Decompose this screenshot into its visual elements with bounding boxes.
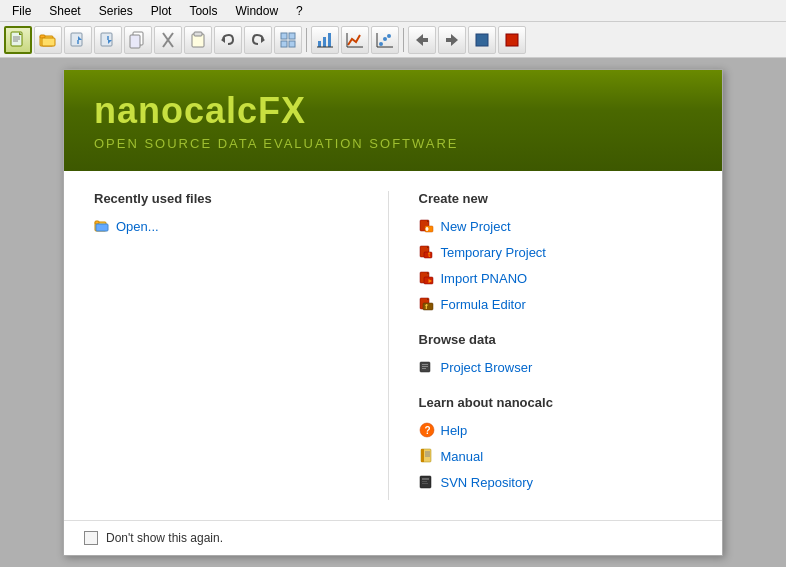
- learn-title: Learn about nanocalc: [419, 395, 693, 410]
- open-link-item[interactable]: Open...: [94, 218, 368, 234]
- app-title: nanocalcFX: [94, 90, 692, 132]
- menu-help[interactable]: ?: [288, 2, 311, 20]
- svg-point-32: [379, 42, 383, 46]
- paste-icon: [189, 31, 207, 49]
- line-chart-icon: [346, 31, 364, 49]
- svg-rect-23: [289, 33, 295, 39]
- project-browser-item[interactable]: Project Browser: [419, 359, 693, 375]
- open-folder-icon: [39, 31, 57, 49]
- toolbar-chart3-btn[interactable]: [371, 26, 399, 54]
- svg-rect-41: [476, 34, 488, 46]
- temp-project-item[interactable]: t Temporary Project: [419, 244, 693, 260]
- project-browser-link[interactable]: Project Browser: [441, 360, 533, 375]
- toolbar-btn9[interactable]: [244, 26, 272, 54]
- left-panel: Recently used files Open...: [94, 191, 389, 500]
- import-pnano-icon: [419, 270, 435, 286]
- open-file-icon: [94, 218, 110, 234]
- svg-rect-65: [422, 366, 428, 367]
- toolbar-chart2-btn[interactable]: [341, 26, 369, 54]
- toolbar-open-btn[interactable]: [34, 26, 62, 54]
- open-link-text[interactable]: Open...: [116, 219, 159, 234]
- menu-plot[interactable]: Plot: [143, 2, 180, 20]
- dont-show-checkbox[interactable]: [84, 531, 98, 545]
- toolbar-square-btn[interactable]: [468, 26, 496, 54]
- toolbar-btn6[interactable]: [154, 26, 182, 54]
- toolbar-btn3[interactable]: [64, 26, 92, 54]
- svn-icon: [419, 474, 435, 490]
- welcome-body: Recently used files Open... Create new: [64, 171, 722, 520]
- svn-item[interactable]: SVN Repository: [419, 474, 693, 490]
- svn-link[interactable]: SVN Repository: [441, 475, 533, 490]
- toolbar-left-btn[interactable]: [408, 26, 436, 54]
- menu-window[interactable]: Window: [227, 2, 286, 20]
- toolbar: [0, 22, 786, 58]
- new-icon: [9, 31, 27, 49]
- svg-rect-38: [423, 38, 428, 42]
- toolbar-btn10[interactable]: [274, 26, 302, 54]
- toolbar-new-btn[interactable]: [4, 26, 32, 54]
- create-new-title: Create new: [419, 191, 693, 206]
- svg-text:f: f: [425, 302, 428, 311]
- toolbar-sep2: [403, 28, 404, 52]
- bar-chart-icon: [316, 31, 334, 49]
- toolbar-stop-btn[interactable]: [498, 26, 526, 54]
- square-icon: [473, 31, 491, 49]
- import-pnano-item[interactable]: Import PNANO: [419, 270, 693, 286]
- svg-rect-27: [323, 37, 326, 47]
- svg-rect-26: [318, 41, 321, 47]
- stop-icon: [503, 31, 521, 49]
- welcome-footer: Don't show this again.: [64, 520, 722, 555]
- new-project-link[interactable]: New Project: [441, 219, 511, 234]
- manual-icon: [419, 448, 435, 464]
- right-panel: Create new New Project: [409, 191, 693, 500]
- svg-rect-45: [96, 224, 108, 231]
- toolbar-btn5[interactable]: [124, 26, 152, 54]
- redo-icon: [249, 31, 267, 49]
- app-subtitle: OPEN SOURCE DATA EVALUATION SOFTWARE: [94, 136, 692, 151]
- menu-file[interactable]: File: [4, 2, 39, 20]
- svg-rect-19: [194, 32, 202, 36]
- menu-tools[interactable]: Tools: [181, 2, 225, 20]
- svg-rect-42: [506, 34, 518, 46]
- toolbar-btn7[interactable]: [184, 26, 212, 54]
- help-icon: ?: [419, 422, 435, 438]
- toolbar-chart1-btn[interactable]: [311, 26, 339, 54]
- svg-rect-11: [101, 33, 112, 46]
- browse-data-title: Browse data: [419, 332, 693, 347]
- svg-rect-28: [328, 33, 331, 47]
- menu-sheet[interactable]: Sheet: [41, 2, 88, 20]
- right-arrow-icon: [443, 31, 461, 49]
- svg-rect-24: [281, 41, 287, 47]
- toolbar-sep1: [306, 28, 307, 52]
- svg-rect-40: [446, 38, 451, 42]
- welcome-header: nanocalcFX OPEN SOURCE DATA EVALUATION S…: [64, 70, 722, 171]
- toolbar-btn4[interactable]: [94, 26, 122, 54]
- project-browser-icon: [419, 359, 435, 375]
- temp-project-link[interactable]: Temporary Project: [441, 245, 546, 260]
- menubar: File Sheet Series Plot Tools Window ?: [0, 0, 786, 22]
- grid-icon: [279, 31, 297, 49]
- menu-series[interactable]: Series: [91, 2, 141, 20]
- formula-editor-item[interactable]: f Formula Editor: [419, 296, 693, 312]
- main-area: nanocalcFX OPEN SOURCE DATA EVALUATION S…: [0, 58, 786, 567]
- dont-show-label: Don't show this again.: [106, 531, 223, 545]
- svg-rect-15: [130, 35, 140, 48]
- toolbar-right-btn[interactable]: [438, 26, 466, 54]
- new-project-item[interactable]: New Project: [419, 218, 693, 234]
- help-item[interactable]: ? Help: [419, 422, 693, 438]
- import-icon: [69, 31, 87, 49]
- toolbar-btn8[interactable]: [214, 26, 242, 54]
- svg-rect-77: [422, 483, 428, 484]
- svg-rect-76: [422, 481, 427, 482]
- formula-editor-link[interactable]: Formula Editor: [441, 297, 526, 312]
- temp-project-icon: t: [419, 244, 435, 260]
- undo-icon: [219, 31, 237, 49]
- svg-text:?: ?: [424, 425, 430, 436]
- svg-rect-22: [281, 33, 287, 39]
- help-link[interactable]: Help: [441, 423, 468, 438]
- copy-icon: [129, 31, 147, 49]
- import-pnano-link[interactable]: Import PNANO: [441, 271, 528, 286]
- manual-item[interactable]: Manual: [419, 448, 693, 464]
- manual-link[interactable]: Manual: [441, 449, 484, 464]
- svg-marker-39: [451, 34, 458, 46]
